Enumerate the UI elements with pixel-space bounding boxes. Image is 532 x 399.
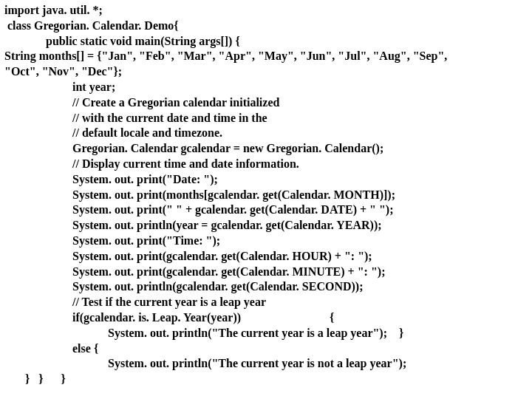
code-line: // Display current time and date informa… xyxy=(4,157,528,172)
code-line: System. out. print(gcalendar. get(Calend… xyxy=(4,249,528,265)
code-line: import java. util. *; xyxy=(4,3,528,18)
code-line: else { xyxy=(4,341,528,357)
code-line: System. out. print("Time: "); xyxy=(4,233,528,249)
code-line: // Create a Gregorian calendar initializ… xyxy=(4,95,528,111)
code-line: Gregorian. Calendar gcalendar = new Greg… xyxy=(4,141,528,157)
code-line: System. out. print(months[gcalendar. get… xyxy=(4,188,528,203)
code-line: System. out. print(gcalendar. get(Calend… xyxy=(4,265,528,280)
code-line: System. out. println(gcalendar. get(Cale… xyxy=(4,279,528,295)
code-line: System. out. print(" " + gcalendar. get(… xyxy=(4,202,528,218)
code-line: // Test if the current year is a leap ye… xyxy=(4,295,528,310)
code-line: System. out. print("Date: "); xyxy=(4,172,528,188)
code-line: if(gcalendar. is. Leap. Year(year)) { xyxy=(4,310,528,326)
code-line: String months[] = {"Jan", "Feb", "Mar", … xyxy=(4,49,528,64)
code-line: } } } xyxy=(4,372,528,387)
code-line: class Gregorian. Calendar. Demo{ xyxy=(4,18,528,34)
code-line: // with the current date and time in the xyxy=(4,111,528,126)
code-line: System. out. println(year = gcalendar. g… xyxy=(4,218,528,233)
code-line: // default locale and timezone. xyxy=(4,126,528,141)
code-line: public static void main(String args[]) { xyxy=(4,34,528,50)
code-line: "Oct", "Nov", "Dec"}; xyxy=(4,64,528,80)
code-line: int year; xyxy=(4,80,528,95)
code-line: System. out. println("The current year i… xyxy=(4,326,528,341)
code-line: System. out. println("The current year i… xyxy=(4,356,528,372)
